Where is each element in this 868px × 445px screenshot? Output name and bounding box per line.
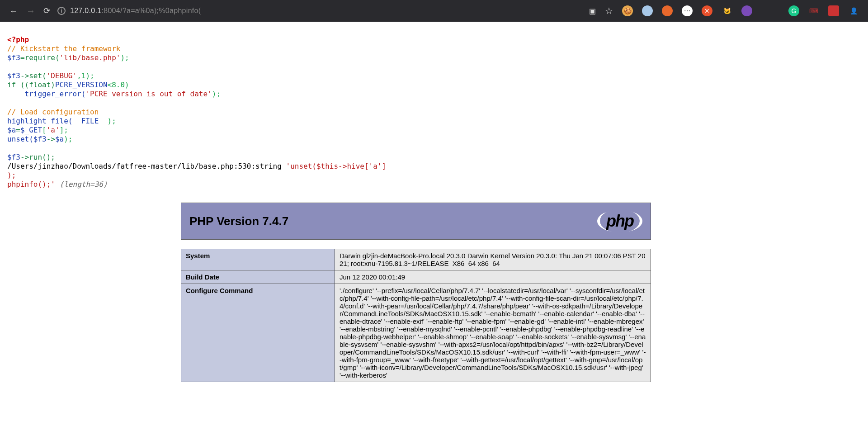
url-section: i 127.0.0.1:8004/?a=a%0a);%0aphpinfo( <box>57 7 582 15</box>
site-info-icon[interactable]: i <box>57 7 66 15</box>
phpinfo-panel: PHP Version 7.4.7 php SystemDarwin glzji… <box>181 203 651 382</box>
phpinfo-value: './configure' '--prefix=/usr/local/Cella… <box>335 284 651 382</box>
php-logo-text: php <box>600 209 640 233</box>
extension-close-icon[interactable]: ✕ <box>702 5 712 16</box>
php-logo: php <box>597 210 642 232</box>
extension-grammarly-icon[interactable]: G <box>788 5 799 16</box>
phpinfo-table: SystemDarwin glzjin-deMacBook-Pro.local … <box>181 249 651 382</box>
phpinfo-key: Build Date <box>181 270 335 284</box>
url-port: :8004 <box>101 7 120 14</box>
url-bar[interactable]: 127.0.0.1:8004/?a=a%0a);%0aphpinfo( <box>70 7 201 15</box>
nav-buttons: ← → ⟳ <box>9 6 50 16</box>
toolbar-right: ▣ ☆ 🍪 ⋯ ✕ 🐱 G ⌨ 👤 <box>589 5 859 16</box>
extension-cookie-icon[interactable]: 🍪 <box>622 5 633 16</box>
table-row: Build DateJun 12 2020 00:01:49 <box>181 270 651 284</box>
reload-button[interactable]: ⟳ <box>43 6 50 16</box>
extension-purple-icon[interactable] <box>741 5 752 16</box>
phpinfo-key: System <box>181 249 335 270</box>
url-host: 127.0.0.1 <box>70 7 101 14</box>
extension-ninja-icon[interactable]: 👤 <box>848 5 859 16</box>
extension-orange-icon[interactable] <box>662 5 673 16</box>
browser-toolbar: ← → ⟳ i 127.0.0.1:8004/?a=a%0a);%0aphpin… <box>0 0 868 22</box>
table-row: Configure Command'./configure' '--prefix… <box>181 284 651 382</box>
code-highlight-area: <?php // Kickstart the framework $f3=req… <box>0 22 868 194</box>
phpinfo-header: PHP Version 7.4.7 php <box>181 203 651 240</box>
phpinfo-value: Jun 12 2020 00:01:49 <box>335 270 651 284</box>
extension-circle-icon[interactable] <box>642 5 653 16</box>
back-button[interactable]: ← <box>9 6 18 16</box>
length-info: (length=36) <box>55 180 108 189</box>
debug-path: /Users/jinzhao/Downloads/fatfree-master/… <box>7 162 255 170</box>
code-comment: // Load configuration <box>7 108 99 116</box>
extension-cat-icon[interactable]: 🐱 <box>722 5 732 16</box>
bookmark-star-icon[interactable]: ☆ <box>605 5 613 16</box>
url-path: /?a=a%0a);%0aphpinfo( <box>120 7 201 14</box>
install-app-icon[interactable]: ▣ <box>589 7 596 15</box>
code-comment: // Kickstart the framework <box>7 44 120 53</box>
forward-button[interactable]: → <box>26 6 35 16</box>
extension-dots-icon[interactable]: ⋯ <box>682 5 693 16</box>
phpinfo-key: Configure Command <box>181 284 335 382</box>
table-row: SystemDarwin glzjin-deMacBook-Pro.local … <box>181 249 651 270</box>
phpinfo-value: Darwin glzjin-deMacBook-Pro.local 20.3.0… <box>335 249 651 270</box>
php-version-title: PHP Version 7.4.7 <box>189 214 288 228</box>
extension-keyboard-icon[interactable]: ⌨ <box>808 5 819 16</box>
php-open-tag: <?php <box>7 35 29 44</box>
extension-red-icon[interactable] <box>828 5 839 16</box>
